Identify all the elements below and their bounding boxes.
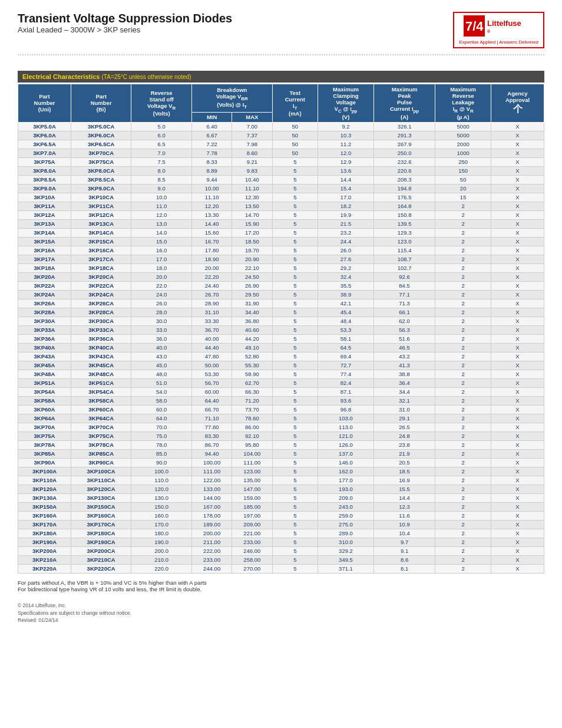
table-cell: 8.33 (192, 157, 232, 166)
table-cell: 371.1 (318, 564, 374, 573)
table-cell: 29.1 (373, 414, 435, 423)
table-cell: 2 (435, 493, 491, 502)
table-cell: 5 (272, 281, 318, 290)
table-cell: 20.0 (131, 272, 192, 281)
table-cell: 2 (435, 237, 491, 246)
table-cell: 60.0 (131, 405, 192, 414)
table-cell: 21.5 (318, 219, 374, 228)
table-cell: 113.0 (318, 423, 374, 431)
table-cell: 147.00 (232, 485, 272, 493)
table-cell: 20.00 (192, 263, 232, 272)
table-row: 3KP43A3KP43CA43.047.8052.80569.443.22X (18, 352, 544, 361)
table-cell: 2 (435, 449, 491, 458)
table-cell: X (491, 281, 544, 290)
col-agency: AgencyApproval个 (491, 84, 544, 123)
table-cell: 11.6 (373, 511, 435, 520)
table-cell: 5 (272, 361, 318, 370)
table-cell: 176.5 (373, 193, 435, 202)
table-cell: 2 (435, 272, 491, 281)
table-cell: 94.40 (192, 449, 232, 458)
table-cell: 3KP110CA (71, 476, 131, 485)
table-cell: 15.4 (318, 184, 374, 193)
table-cell: 23.2 (318, 228, 374, 237)
table-cell: X (491, 423, 544, 431)
table-cell: 120.0 (131, 485, 192, 493)
table-cell: 49.10 (232, 343, 272, 352)
table-cell: 5 (272, 546, 318, 555)
table-cell: 13.0 (131, 219, 192, 228)
table-cell: 244.00 (192, 564, 232, 573)
table-cell: 5 (272, 157, 318, 166)
table-cell: 5 (272, 263, 318, 272)
table-cell: X (491, 272, 544, 281)
table-cell: 77.4 (318, 370, 374, 378)
table-cell: 3KP9.0A (18, 184, 71, 193)
table-cell: 3KP11A (18, 202, 71, 210)
table-cell: 121.0 (318, 431, 374, 440)
table-cell: 64.0 (131, 414, 192, 423)
table-cell: 78.0 (131, 440, 192, 449)
table-cell: X (491, 449, 544, 458)
table-row: 3KP24A3KP24CA24.026.7029.50538.977.12X (18, 290, 544, 299)
table-cell: 3KP90CA (71, 458, 131, 467)
table-cell: 2 (435, 219, 491, 228)
table-cell: 7.78 (192, 149, 232, 157)
table-cell: 3KP120CA (71, 485, 131, 493)
table-cell: 5 (272, 458, 318, 467)
table-cell: 3KP48CA (71, 370, 131, 378)
table-cell: 5 (272, 511, 318, 520)
table-cell: 3KP150A (18, 502, 71, 511)
table-cell: 3KP10CA (71, 193, 131, 202)
table-cell: 5 (272, 467, 318, 476)
table-cell: 3KP160CA (71, 511, 131, 520)
table-cell: 34.40 (232, 308, 272, 317)
table-cell: 7.37 (232, 131, 272, 140)
table-cell: 14.0 (131, 228, 192, 237)
table-cell: 56.70 (192, 378, 232, 387)
table-cell: 3KP85CA (71, 449, 131, 458)
table-cell: 2 (435, 343, 491, 352)
table-cell: 33.0 (131, 325, 192, 334)
page-title: Transient Voltage Suppression Diodes (18, 12, 232, 25)
table-cell: 1000 (435, 149, 491, 157)
table-cell: 3KP10A (18, 193, 71, 202)
table-row: 3KP70A3KP70CA70.077.8086.005113.026.52X (18, 423, 544, 431)
table-cell: 28.0 (131, 308, 192, 317)
table-cell: 233.00 (232, 538, 272, 546)
table-cell: 200.0 (131, 546, 192, 555)
table-cell: 211.00 (192, 538, 232, 546)
table-cell: 24.40 (192, 281, 232, 290)
table-cell: 2 (435, 202, 491, 210)
table-cell: 7.0 (131, 149, 192, 157)
table-cell: 8.5 (131, 175, 192, 184)
table-cell: 22.20 (192, 272, 232, 281)
table-cell: 122.00 (192, 476, 232, 485)
table-cell: 51.0 (131, 378, 192, 387)
table-cell: X (491, 263, 544, 272)
table-cell: X (491, 246, 544, 255)
table-cell: 3KP220A (18, 564, 71, 573)
table-cell: 3KP100CA (71, 467, 131, 476)
table-cell: 8.1 (373, 564, 435, 573)
table-cell: 5 (272, 299, 318, 308)
table-cell: 9.0 (131, 184, 192, 193)
table-cell: 96.8 (318, 405, 374, 414)
table-cell: X (491, 149, 544, 157)
table-cell: 50 (272, 149, 318, 157)
logo: 7/4 Littelfuse ® Expertise Applied | Ans… (453, 12, 544, 48)
table-cell: 10.40 (232, 175, 272, 184)
table-cell: X (491, 290, 544, 299)
table-cell: 3KP60CA (71, 405, 131, 414)
table-cell: 3KP36A (18, 334, 71, 343)
table-cell: 3KP13CA (71, 219, 131, 228)
table-cell: X (491, 564, 544, 573)
table-cell: 17.0 (318, 193, 374, 202)
table-row: 3KP90A3KP90CA90.0100.00111.005146.020.52… (18, 458, 544, 467)
table-cell: 258.00 (232, 555, 272, 564)
table-cell: 3KP7.0A (18, 149, 71, 157)
table-cell: 3KP15CA (71, 237, 131, 246)
table-cell: 3KP64CA (71, 414, 131, 423)
table-cell: 3KP58CA (71, 396, 131, 405)
table-cell: 75.0 (131, 431, 192, 440)
table-row: 3KP30A3KP30CA30.033.3036.80548.462.02X (18, 317, 544, 325)
